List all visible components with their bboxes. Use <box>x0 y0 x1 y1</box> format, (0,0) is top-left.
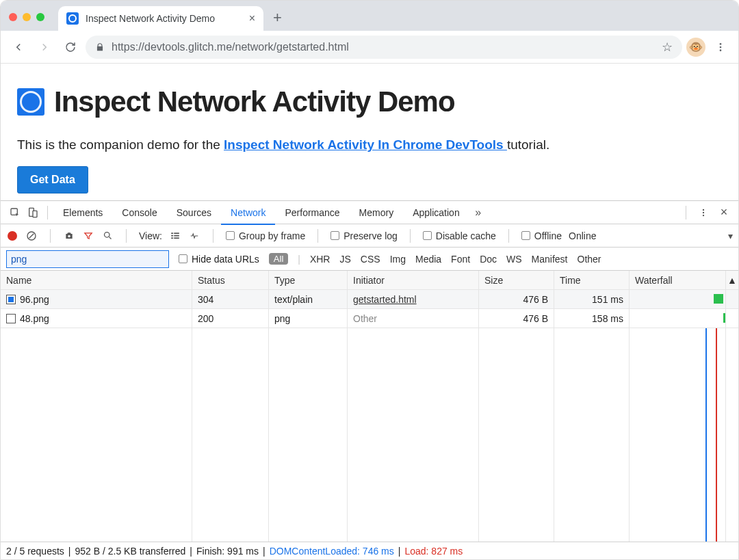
browser-tabstrip: Inspect Network Activity Demo × + <box>1 1 738 31</box>
devtools-tabbar: ElementsConsoleSourcesNetworkPerformance… <box>1 201 738 224</box>
svg-point-10 <box>68 235 70 237</box>
col-sort[interactable]: ▲ <box>726 271 738 289</box>
status-finish: Finish: 991 ms <box>196 546 259 557</box>
status-load: Load: 827 ms <box>404 546 463 557</box>
file-icon <box>6 314 16 323</box>
view-label: View: <box>139 230 162 241</box>
screenshots-icon[interactable] <box>63 230 75 242</box>
filter-input[interactable] <box>6 250 169 268</box>
devtools-tab-network[interactable]: Network <box>221 202 275 225</box>
filter-type-doc[interactable]: Doc <box>480 254 497 265</box>
table-row[interactable]: 48.png200pngOther476 B158 ms <box>1 309 738 328</box>
row-initiator[interactable]: getstarted.html <box>348 290 479 308</box>
col-waterfall[interactable]: Waterfall <box>630 271 726 289</box>
devtools-tab-console[interactable]: Console <box>112 202 166 224</box>
devtools-tab-elements[interactable]: Elements <box>53 202 112 224</box>
col-name[interactable]: Name <box>1 271 192 289</box>
filter-icon[interactable] <box>82 230 94 242</box>
svg-point-2 <box>720 49 722 51</box>
profile-avatar[interactable]: 🐵 <box>686 38 705 57</box>
status-transferred: 952 B / 2.5 KB transferred <box>75 546 185 557</box>
minimize-window-button[interactable] <box>23 13 31 21</box>
devtools-panel: ElementsConsoleSourcesNetworkPerformance… <box>1 200 738 559</box>
filter-type-ws[interactable]: WS <box>506 254 522 265</box>
close-tab-icon[interactable]: × <box>249 12 255 25</box>
devtools-close-icon[interactable]: × <box>715 204 733 222</box>
close-window-button[interactable] <box>9 13 17 21</box>
col-time[interactable]: Time <box>554 271 630 289</box>
svg-rect-12 <box>171 232 173 234</box>
network-status-bar: 2 / 5 requests | 952 B / 2.5 KB transfer… <box>1 542 738 559</box>
online-dropdown[interactable]: Online <box>569 230 596 241</box>
col-size[interactable]: Size <box>479 271 554 289</box>
filter-type-xhr[interactable]: XHR <box>310 254 330 265</box>
filter-type-font[interactable]: Font <box>451 254 470 265</box>
filter-type-all[interactable]: All <box>269 253 288 265</box>
group-by-frame-checkbox[interactable]: Group by frame <box>226 230 305 241</box>
address-bar[interactable]: https://devtools.glitch.me/network/getst… <box>86 36 682 59</box>
preserve-log-checkbox[interactable]: Preserve log <box>330 230 398 241</box>
large-rows-icon[interactable] <box>169 230 181 242</box>
svg-rect-15 <box>174 232 179 234</box>
row-name: 48.png <box>20 313 49 324</box>
filter-type-other[interactable]: Other <box>578 254 601 265</box>
overview-icon[interactable] <box>188 230 200 242</box>
table-row[interactable]: 96.png304text/plaingetstarted.html476 B1… <box>1 290 738 309</box>
offline-checkbox[interactable]: Offline <box>521 230 562 241</box>
new-tab-button[interactable]: + <box>273 9 282 27</box>
network-filter-bar: Hide data URLs All | XHRJSCSSImgMediaFon… <box>1 248 738 271</box>
svg-rect-5 <box>33 211 37 217</box>
page-heading-icon <box>17 88 44 116</box>
page-heading-text: Inspect Network Activity Demo <box>54 85 455 118</box>
device-toolbar-icon[interactable] <box>24 204 42 222</box>
browser-menu-button[interactable] <box>710 36 731 58</box>
filter-type-media[interactable]: Media <box>415 254 441 265</box>
devtools-tab-performance[interactable]: Performance <box>275 202 349 224</box>
forward-button[interactable] <box>34 36 55 58</box>
network-table: Name Status Type Initiator Size Time Wat… <box>1 271 738 542</box>
svg-rect-16 <box>174 235 179 236</box>
filter-type-manifest[interactable]: Manifest <box>532 254 568 265</box>
col-initiator[interactable]: Initiator <box>348 271 479 289</box>
tab-favicon <box>66 12 79 25</box>
hide-data-urls-checkbox[interactable]: Hide data URLs <box>179 254 259 265</box>
page-content: Inspect Network Activity Demo This is th… <box>1 64 738 200</box>
svg-point-6 <box>703 209 704 210</box>
record-button[interactable] <box>6 230 18 242</box>
back-button[interactable] <box>8 36 29 58</box>
svg-rect-13 <box>171 235 173 236</box>
maximize-window-button[interactable] <box>36 13 44 21</box>
tab-title: Inspect Network Activity Demo <box>86 13 242 24</box>
filter-type-img[interactable]: Img <box>390 254 406 265</box>
table-header: Name Status Type Initiator Size Time Wat… <box>1 271 738 290</box>
more-tabs-icon[interactable]: » <box>469 204 487 222</box>
devtools-tab-sources[interactable]: Sources <box>167 202 221 224</box>
bookmark-star-icon[interactable]: ☆ <box>662 40 673 55</box>
col-type[interactable]: Type <box>269 271 348 289</box>
page-intro: This is the companion demo for the Inspe… <box>17 137 722 152</box>
clear-log-icon[interactable] <box>25 230 38 242</box>
col-status[interactable]: Status <box>192 271 269 289</box>
search-icon[interactable] <box>101 230 114 242</box>
throttling-dropdown-icon[interactable]: ▾ <box>728 230 733 241</box>
row-type: text/plain <box>269 290 348 308</box>
devtools-tab-application[interactable]: Application <box>403 202 469 224</box>
row-name: 96.png <box>20 294 49 305</box>
intro-link[interactable]: Inspect Network Activity In Chrome DevTo… <box>224 137 507 152</box>
row-time: 158 ms <box>554 309 630 328</box>
page-heading: Inspect Network Activity Demo <box>17 85 722 118</box>
browser-toolbar: https://devtools.glitch.me/network/getst… <box>1 31 738 64</box>
get-data-button[interactable]: Get Data <box>17 166 88 194</box>
devtools-menu-icon[interactable] <box>695 204 712 222</box>
inspect-element-icon[interactable] <box>6 204 24 222</box>
devtools-tab-memory[interactable]: Memory <box>350 202 404 224</box>
filter-type-js[interactable]: JS <box>339 254 350 265</box>
disable-cache-checkbox[interactable]: Disable cache <box>423 230 496 241</box>
row-size: 476 B <box>479 290 554 308</box>
browser-tab[interactable]: Inspect Network Activity Demo × <box>58 6 263 31</box>
filter-type-css[interactable]: CSS <box>361 254 380 265</box>
svg-point-11 <box>104 232 109 238</box>
row-size: 476 B <box>479 309 554 328</box>
row-type: png <box>269 309 348 328</box>
reload-button[interactable] <box>60 36 81 58</box>
